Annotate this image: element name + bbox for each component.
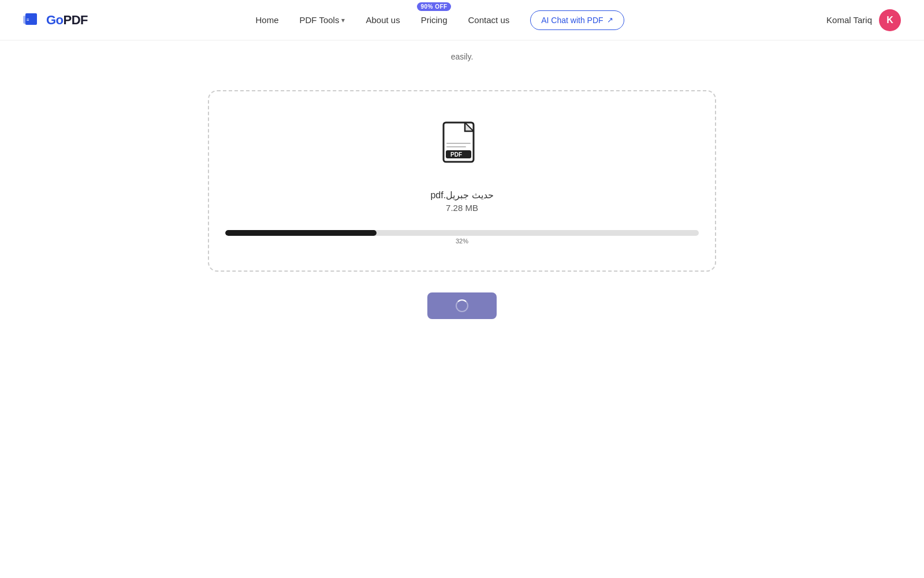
pdf-icon-container: PDF — [439, 120, 485, 172]
loading-button[interactable] — [427, 292, 497, 319]
nav-pdf-tools[interactable]: PDF Tools ▾ — [300, 15, 345, 25]
user-name: Komal Tariq — [826, 15, 872, 25]
progress-fill — [225, 230, 377, 236]
nav-pricing[interactable]: 90% OFF Pricing — [421, 15, 448, 25]
main-nav: Home PDF Tools ▾ About us 90% OFF Pricin… — [53, 10, 826, 30]
pdf-file-icon: PDF — [439, 120, 485, 172]
svg-text:≡: ≡ — [27, 17, 29, 23]
pdf-tools-chevron-icon: ▾ — [341, 16, 345, 24]
logo-icon: ≡ — [23, 12, 42, 28]
spinner-icon — [456, 299, 468, 312]
subtitle-area: easily. — [0, 40, 924, 67]
progress-track — [225, 230, 699, 236]
nav-home[interactable]: Home — [256, 15, 279, 25]
nav-contact-us[interactable]: Contact us — [468, 15, 510, 25]
nav-about-us[interactable]: About us — [366, 15, 400, 25]
progress-container: 32% — [225, 230, 699, 236]
svg-text:PDF: PDF — [450, 151, 462, 158]
subtitle-text: easily. — [451, 52, 474, 61]
arrow-icon: ↗ — [607, 16, 613, 24]
pricing-badge: 90% OFF — [417, 2, 450, 11]
user-area[interactable]: Komal Tariq K — [826, 9, 901, 31]
upload-box: PDF حديث جبريل.pdf 7.28 MB 32% — [208, 90, 716, 272]
avatar: K — [879, 9, 901, 31]
file-size: 7.28 MB — [430, 203, 493, 213]
main-content: PDF حديث جبريل.pdf 7.28 MB 32% — [0, 67, 924, 342]
ai-chat-button[interactable]: AI Chat with PDF ↗ — [530, 10, 624, 30]
header: ≡ GoPDF Home PDF Tools ▾ About us 90% OF… — [0, 0, 924, 40]
progress-percent: 32% — [456, 238, 468, 244]
file-info: حديث جبريل.pdf 7.28 MB — [430, 190, 493, 213]
file-name: حديث جبريل.pdf — [430, 190, 493, 201]
